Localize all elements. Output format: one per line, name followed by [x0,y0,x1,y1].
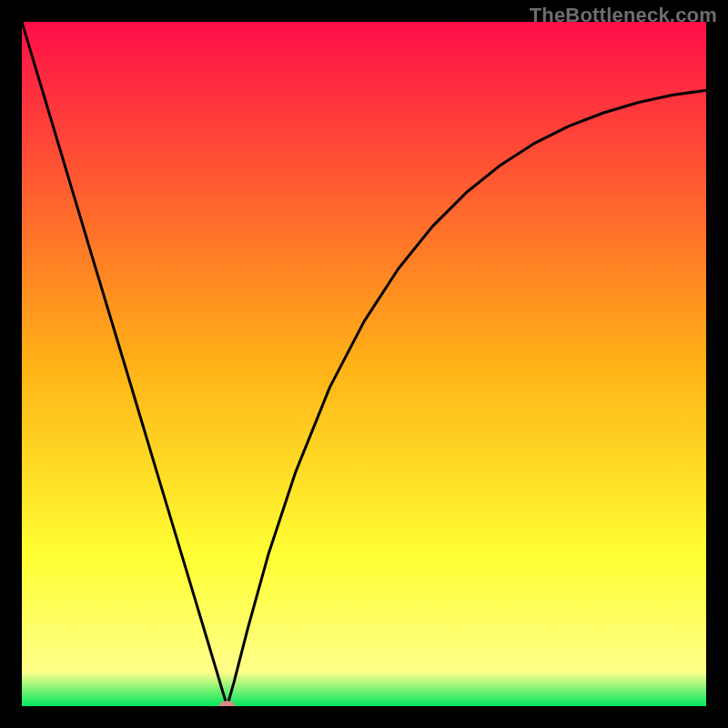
bottleneck-chart [22,22,706,706]
chart-frame [22,22,706,706]
watermark-text: TheBottleneck.com [530,4,717,27]
